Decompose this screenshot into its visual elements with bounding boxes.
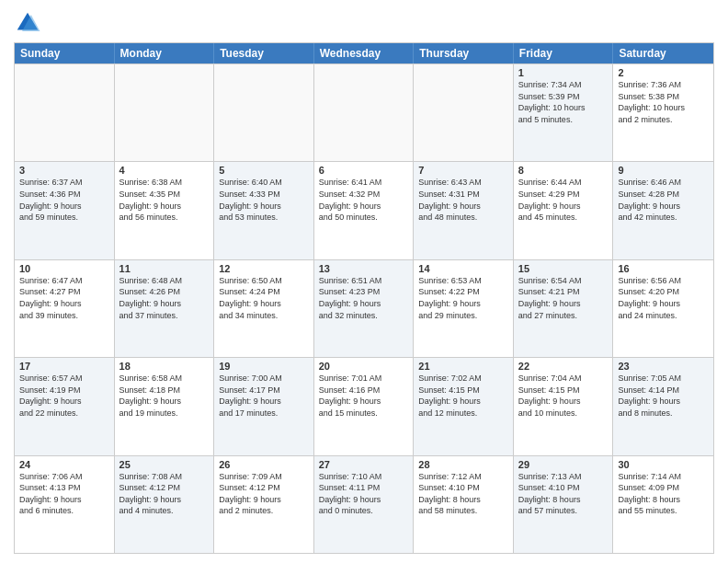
day-detail: Sunrise: 7:01 AM Sunset: 4:16 PM Dayligh… xyxy=(319,373,409,419)
day-number: 14 xyxy=(418,263,508,274)
cal-cell xyxy=(15,64,115,161)
day-number: 18 xyxy=(119,361,210,372)
day-detail: Sunrise: 6:50 AM Sunset: 4:24 PM Dayligh… xyxy=(219,275,309,321)
day-number: 13 xyxy=(319,263,409,274)
day-detail: Sunrise: 7:06 AM Sunset: 4:13 PM Dayligh… xyxy=(19,471,109,517)
day-detail: Sunrise: 6:44 AM Sunset: 4:29 PM Dayligh… xyxy=(518,177,609,223)
day-detail: Sunrise: 7:14 AM Sunset: 4:09 PM Dayligh… xyxy=(618,471,709,517)
day-detail: Sunrise: 7:00 AM Sunset: 4:17 PM Dayligh… xyxy=(219,373,309,419)
cal-cell: 20Sunrise: 7:01 AM Sunset: 4:16 PM Dayli… xyxy=(314,358,415,454)
day-number: 7 xyxy=(418,165,508,176)
cal-cell: 9Sunrise: 6:46 AM Sunset: 4:28 PM Daylig… xyxy=(613,162,713,259)
cal-cell: 30Sunrise: 7:14 AM Sunset: 4:09 PM Dayli… xyxy=(613,456,713,553)
day-detail: Sunrise: 6:53 AM Sunset: 4:22 PM Dayligh… xyxy=(418,275,508,321)
calendar-body: 1Sunrise: 7:34 AM Sunset: 5:39 PM Daylig… xyxy=(15,63,713,553)
cal-cell: 25Sunrise: 7:08 AM Sunset: 4:12 PM Dayli… xyxy=(115,456,215,553)
cal-cell: 21Sunrise: 7:02 AM Sunset: 4:15 PM Dayli… xyxy=(414,358,514,454)
cal-cell: 14Sunrise: 6:53 AM Sunset: 4:22 PM Dayli… xyxy=(414,260,514,357)
day-number: 12 xyxy=(219,263,309,274)
cal-cell: 27Sunrise: 7:10 AM Sunset: 4:11 PM Dayli… xyxy=(314,456,415,553)
calendar-header: SundayMondayTuesdayWednesdayThursdayFrid… xyxy=(15,43,713,63)
day-number: 5 xyxy=(219,165,309,176)
cal-cell: 26Sunrise: 7:09 AM Sunset: 4:12 PM Dayli… xyxy=(214,456,314,553)
day-number: 8 xyxy=(518,165,609,176)
day-detail: Sunrise: 6:48 AM Sunset: 4:26 PM Dayligh… xyxy=(119,275,210,321)
day-detail: Sunrise: 7:12 AM Sunset: 4:10 PM Dayligh… xyxy=(418,471,508,517)
cal-cell: 22Sunrise: 7:04 AM Sunset: 4:15 PM Dayli… xyxy=(514,358,614,454)
cal-cell: 13Sunrise: 6:51 AM Sunset: 4:23 PM Dayli… xyxy=(314,260,415,357)
logo-icon xyxy=(14,9,41,37)
cal-row-4: 24Sunrise: 7:06 AM Sunset: 4:13 PM Dayli… xyxy=(15,455,713,553)
cal-cell: 1Sunrise: 7:34 AM Sunset: 5:39 PM Daylig… xyxy=(514,64,614,161)
day-number: 9 xyxy=(618,165,709,176)
day-detail: Sunrise: 7:04 AM Sunset: 4:15 PM Dayligh… xyxy=(518,373,609,419)
cal-cell: 10Sunrise: 6:47 AM Sunset: 4:27 PM Dayli… xyxy=(15,260,115,357)
day-detail: Sunrise: 7:34 AM Sunset: 5:39 PM Dayligh… xyxy=(518,79,609,125)
day-number: 25 xyxy=(119,459,210,470)
day-number: 24 xyxy=(19,459,109,470)
cal-cell: 6Sunrise: 6:41 AM Sunset: 4:32 PM Daylig… xyxy=(314,162,415,259)
day-number: 30 xyxy=(618,459,709,470)
day-number: 2 xyxy=(618,67,709,78)
cal-row-3: 17Sunrise: 6:57 AM Sunset: 4:19 PM Dayli… xyxy=(15,357,713,454)
cal-cell: 24Sunrise: 7:06 AM Sunset: 4:13 PM Dayli… xyxy=(15,456,115,553)
cal-cell xyxy=(115,64,215,161)
cal-cell: 19Sunrise: 7:00 AM Sunset: 4:17 PM Dayli… xyxy=(214,358,314,454)
day-number: 16 xyxy=(618,263,709,274)
cal-cell: 17Sunrise: 6:57 AM Sunset: 4:19 PM Dayli… xyxy=(15,358,115,454)
cal-row-1: 3Sunrise: 6:37 AM Sunset: 4:36 PM Daylig… xyxy=(15,161,713,259)
cal-cell: 15Sunrise: 6:54 AM Sunset: 4:21 PM Dayli… xyxy=(514,260,614,357)
cal-cell xyxy=(414,64,514,161)
day-number: 27 xyxy=(319,459,409,470)
day-detail: Sunrise: 7:05 AM Sunset: 4:14 PM Dayligh… xyxy=(618,373,709,419)
cal-cell: 4Sunrise: 6:38 AM Sunset: 4:35 PM Daylig… xyxy=(115,162,215,259)
cal-cell: 29Sunrise: 7:13 AM Sunset: 4:10 PM Dayli… xyxy=(514,456,614,553)
logo xyxy=(14,9,45,37)
day-detail: Sunrise: 6:46 AM Sunset: 4:28 PM Dayligh… xyxy=(618,177,709,223)
day-detail: Sunrise: 7:08 AM Sunset: 4:12 PM Dayligh… xyxy=(119,471,210,517)
day-detail: Sunrise: 6:47 AM Sunset: 4:27 PM Dayligh… xyxy=(19,275,109,321)
day-number: 20 xyxy=(319,361,409,372)
day-detail: Sunrise: 6:38 AM Sunset: 4:35 PM Dayligh… xyxy=(119,177,210,223)
day-detail: Sunrise: 6:51 AM Sunset: 4:23 PM Dayligh… xyxy=(319,275,409,321)
day-detail: Sunrise: 6:58 AM Sunset: 4:18 PM Dayligh… xyxy=(119,373,210,419)
day-detail: Sunrise: 7:10 AM Sunset: 4:11 PM Dayligh… xyxy=(319,471,409,517)
day-number: 15 xyxy=(518,263,609,274)
day-number: 11 xyxy=(119,263,210,274)
header xyxy=(14,9,714,37)
day-number: 3 xyxy=(19,165,109,176)
day-detail: Sunrise: 7:13 AM Sunset: 4:10 PM Dayligh… xyxy=(518,471,609,517)
header-day-wednesday: Wednesday xyxy=(314,43,415,63)
day-number: 29 xyxy=(518,459,609,470)
day-number: 28 xyxy=(418,459,508,470)
cal-cell: 28Sunrise: 7:12 AM Sunset: 4:10 PM Dayli… xyxy=(414,456,514,553)
header-day-sunday: Sunday xyxy=(15,43,115,63)
day-number: 23 xyxy=(618,361,709,372)
day-detail: Sunrise: 7:36 AM Sunset: 5:38 PM Dayligh… xyxy=(618,79,709,125)
cal-cell: 8Sunrise: 6:44 AM Sunset: 4:29 PM Daylig… xyxy=(514,162,614,259)
header-day-monday: Monday xyxy=(115,43,215,63)
day-number: 19 xyxy=(219,361,309,372)
day-detail: Sunrise: 6:40 AM Sunset: 4:33 PM Dayligh… xyxy=(219,177,309,223)
day-detail: Sunrise: 6:57 AM Sunset: 4:19 PM Dayligh… xyxy=(19,373,109,419)
day-number: 22 xyxy=(518,361,609,372)
cal-cell: 16Sunrise: 6:56 AM Sunset: 4:20 PM Dayli… xyxy=(613,260,713,357)
cal-cell xyxy=(214,64,314,161)
cal-cell xyxy=(314,64,415,161)
day-number: 6 xyxy=(319,165,409,176)
cal-row-2: 10Sunrise: 6:47 AM Sunset: 4:27 PM Dayli… xyxy=(15,259,713,357)
page: SundayMondayTuesdayWednesdayThursdayFrid… xyxy=(0,0,728,563)
day-detail: Sunrise: 6:54 AM Sunset: 4:21 PM Dayligh… xyxy=(518,275,609,321)
cal-row-0: 1Sunrise: 7:34 AM Sunset: 5:39 PM Daylig… xyxy=(15,63,713,161)
header-day-saturday: Saturday xyxy=(613,43,713,63)
cal-cell: 3Sunrise: 6:37 AM Sunset: 4:36 PM Daylig… xyxy=(15,162,115,259)
day-number: 21 xyxy=(418,361,508,372)
day-number: 17 xyxy=(19,361,109,372)
cal-cell: 12Sunrise: 6:50 AM Sunset: 4:24 PM Dayli… xyxy=(214,260,314,357)
day-detail: Sunrise: 7:09 AM Sunset: 4:12 PM Dayligh… xyxy=(219,471,309,517)
header-day-thursday: Thursday xyxy=(414,43,514,63)
day-detail: Sunrise: 6:56 AM Sunset: 4:20 PM Dayligh… xyxy=(618,275,709,321)
cal-cell: 18Sunrise: 6:58 AM Sunset: 4:18 PM Dayli… xyxy=(115,358,215,454)
cal-cell: 11Sunrise: 6:48 AM Sunset: 4:26 PM Dayli… xyxy=(115,260,215,357)
day-detail: Sunrise: 6:43 AM Sunset: 4:31 PM Dayligh… xyxy=(418,177,508,223)
